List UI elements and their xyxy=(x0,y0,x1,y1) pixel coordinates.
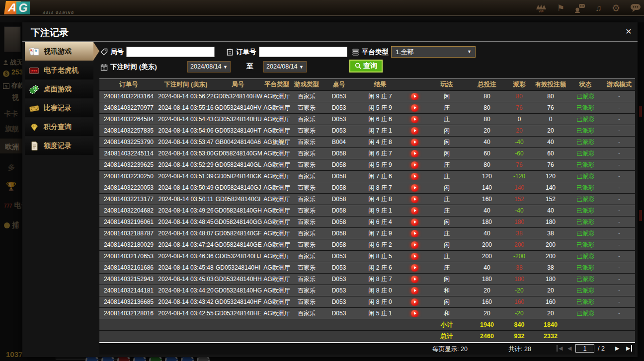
play-icon[interactable] xyxy=(411,218,418,226)
cell-status: 已派彩 xyxy=(567,161,603,169)
menu-label: 电子老虎机 xyxy=(44,66,79,75)
query-button[interactable]: 查询 xyxy=(349,60,383,72)
menu-item-credit-records[interactable]: 额度记录 xyxy=(25,137,93,155)
play-cell xyxy=(404,230,424,237)
table-row: 2408140321616862024-08-14 03:45:48GD0532… xyxy=(99,262,635,273)
cell-mode: - xyxy=(603,287,635,294)
play-icon[interactable] xyxy=(411,184,418,192)
cell-mode: - xyxy=(603,150,635,157)
play-icon[interactable] xyxy=(411,161,418,169)
settings-icon[interactable]: ⚙ xyxy=(612,3,620,13)
date-to-value: 2024/08/14 xyxy=(266,63,298,70)
menu-item-table-games[interactable]: $ 桌面游戏 xyxy=(25,80,93,98)
cell-total_bet: 140 xyxy=(469,184,505,191)
play-icon[interactable] xyxy=(411,173,418,180)
flag-icon[interactable]: ⚑ xyxy=(557,4,564,12)
play-icon[interactable] xyxy=(411,93,418,100)
play-icon[interactable] xyxy=(411,127,418,135)
cell-time: 2024-08-14 03:54:06 xyxy=(158,127,214,134)
cell-time: 2024-08-14 03:47:24 xyxy=(158,241,214,248)
play-icon[interactable] xyxy=(411,116,418,123)
play-cell xyxy=(404,139,424,146)
play-icon[interactable] xyxy=(411,196,418,203)
cell-result: 闲 7 庄 9 xyxy=(356,229,404,238)
to-label: 至 xyxy=(246,62,253,71)
video-chat-icon[interactable] xyxy=(574,3,585,13)
play-icon[interactable] xyxy=(411,207,418,215)
first-page-icon[interactable]: ◀ xyxy=(557,345,563,352)
table-header-row: 订单号下注时间 (美东)局号平台类型游戏类型桌号结果玩法总投注派彩有效投注额状态… xyxy=(99,78,635,90)
platform-select[interactable]: 1.全部▼ xyxy=(391,46,476,58)
cell-mode: - xyxy=(603,218,635,225)
cell-table_no: D058 xyxy=(322,241,356,248)
menu-item-video-games[interactable]: K9 视讯游戏 xyxy=(25,42,93,61)
svg-text:9: 9 xyxy=(35,49,37,52)
play-cell xyxy=(404,287,424,294)
play-icon[interactable] xyxy=(411,287,418,294)
cell-status: 已派彩 xyxy=(567,172,603,181)
table-row: 2408140321280162024-08-14 03:42:55GD0532… xyxy=(99,308,635,319)
cell-result: 闲 5 庄 9 xyxy=(356,104,404,112)
cell-valid_bet: 20 xyxy=(534,127,567,134)
cell-mode: - xyxy=(603,184,635,191)
ag-logo[interactable]: A G ASIA GAMING xyxy=(5,1,89,15)
play-icon[interactable] xyxy=(411,230,418,237)
cell-total_bet: 120 xyxy=(469,173,505,180)
play-icon[interactable] xyxy=(411,264,418,272)
music-icon[interactable]: ♫ xyxy=(595,4,602,12)
table-row: 2408140322451142024-08-14 03:53:00GD0582… xyxy=(99,148,635,159)
play-icon[interactable] xyxy=(411,104,418,112)
play-icon[interactable] xyxy=(411,276,418,283)
cell-mode: - xyxy=(603,310,635,317)
cell-total_bet: 160 xyxy=(469,196,505,203)
chat-icon[interactable] xyxy=(630,3,641,12)
cell-total_bet: 200 xyxy=(469,241,505,248)
table-body: 2408140322831642024-08-14 03:56:22GD0532… xyxy=(99,91,635,319)
last-page-icon[interactable]: ▶ xyxy=(626,345,632,352)
play-icon[interactable] xyxy=(411,253,418,260)
svg-text:777: 777 xyxy=(31,69,37,73)
next-page-icon[interactable]: ▶ xyxy=(615,345,619,352)
round-input[interactable] xyxy=(126,47,215,57)
play-icon[interactable] xyxy=(411,150,418,157)
vip-icon[interactable]: VIP xyxy=(535,3,547,13)
prev-page-icon[interactable]: ◀ xyxy=(567,345,571,352)
cell-platform: AG欧洲厅 xyxy=(262,127,291,135)
cell-status: 已派彩 xyxy=(567,115,603,124)
menu-item-match-records[interactable]: 比赛记录 xyxy=(25,99,93,117)
close-icon[interactable]: × xyxy=(626,26,632,36)
play-icon[interactable] xyxy=(411,298,418,306)
cell-bet_type: 庄 xyxy=(424,264,469,272)
play-icon[interactable] xyxy=(411,241,418,249)
cell-platform: AG欧洲厅 xyxy=(262,264,291,272)
cell-payout: -20 xyxy=(505,287,534,294)
cell-order: 240814032245114 xyxy=(99,150,158,157)
cell-game: 百家乐 xyxy=(291,149,322,158)
cell-bet_type: 和 xyxy=(424,309,469,318)
menu-item-points-query[interactable]: 积分查询 xyxy=(25,118,93,136)
cell-order: 240814032264584 xyxy=(99,116,158,123)
cell-valid_bet: 76 xyxy=(534,104,567,111)
cell-bet_type: 闲 xyxy=(424,298,469,306)
date-to-dropdown[interactable]: 2024/08/14 ▼ xyxy=(263,61,307,72)
cell-game: 百家乐 xyxy=(291,264,322,272)
cell-table_no: D053 xyxy=(322,298,356,305)
cell-order: 240814032196061 xyxy=(99,218,158,225)
cell-payout: -40 xyxy=(505,139,534,145)
cell-valid_bet: 152 xyxy=(534,196,567,203)
cell-game: 百家乐 xyxy=(291,127,322,135)
cell-bet_type: 庄 xyxy=(424,172,469,181)
date-from-dropdown[interactable]: 2024/08/14 ▼ xyxy=(187,61,231,72)
play-icon[interactable] xyxy=(411,139,418,146)
play-icon[interactable] xyxy=(411,310,418,317)
sum-cell: 总计 xyxy=(424,332,469,341)
menu-item-slots[interactable]: 777 电子老虎机 xyxy=(25,61,93,79)
cell-round: GD058248140GH xyxy=(214,207,262,214)
cell-result: 闲 8 庄 0 xyxy=(356,298,404,306)
cell-bet_type: 闲 xyxy=(424,241,469,249)
page-input[interactable] xyxy=(575,344,594,353)
cell-round: GD053248140HJ xyxy=(214,253,262,260)
cell-valid_bet: 40 xyxy=(534,207,567,214)
order-input[interactable] xyxy=(259,47,347,57)
chevron-down-icon: ▼ xyxy=(467,47,472,57)
